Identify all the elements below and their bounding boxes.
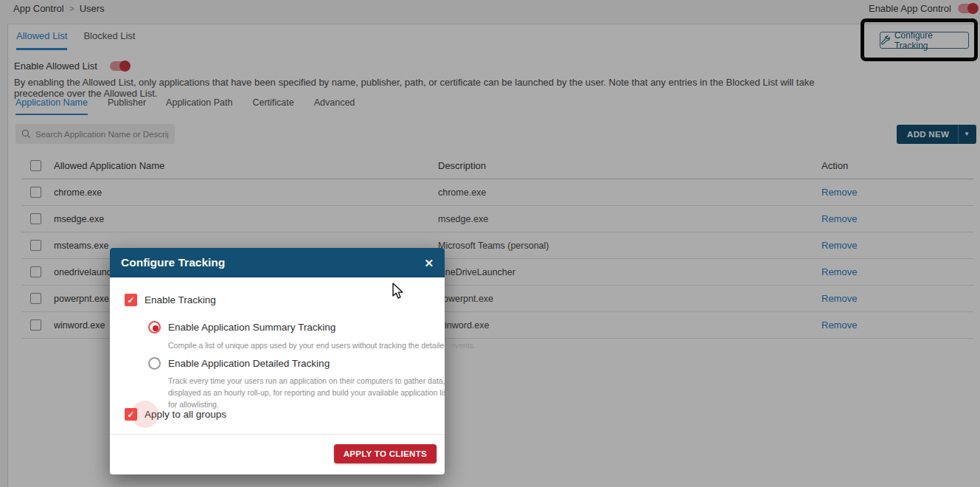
- summary-tracking-label: Enable Application Summary Tracking: [168, 322, 336, 333]
- apply-all-groups-row: ✓ Apply to all groups: [125, 408, 226, 421]
- enable-tracking-checkbox[interactable]: ✓: [125, 294, 137, 306]
- checkbox-focus-halo: [131, 401, 159, 428]
- modal-footer-divider: [110, 434, 445, 435]
- summary-tracking-description: Compile a list of unique apps used by yo…: [168, 339, 450, 351]
- detailed-tracking-label: Enable Application Detailed Tracking: [168, 358, 330, 369]
- modal-title: Configure Tracking: [121, 256, 225, 269]
- enable-tracking-row: ✓ Enable Tracking: [125, 294, 216, 306]
- highlight-box: [861, 18, 978, 61]
- cursor-icon: [392, 283, 406, 303]
- detailed-tracking-radio[interactable]: [148, 357, 161, 370]
- detailed-tracking-description: Track every time your users run an appli…: [168, 375, 450, 410]
- enable-tracking-label: Enable Tracking: [145, 294, 216, 305]
- summary-tracking-option: Enable Application Summary Tracking: [148, 321, 336, 334]
- summary-tracking-radio[interactable]: [148, 321, 161, 334]
- apply-to-clients-button[interactable]: APPLY TO CLIENTS: [334, 444, 437, 463]
- modal-header: Configure Tracking ✕: [110, 248, 445, 277]
- detailed-tracking-option: Enable Application Detailed Tracking: [148, 357, 330, 370]
- close-icon[interactable]: ✕: [424, 258, 434, 269]
